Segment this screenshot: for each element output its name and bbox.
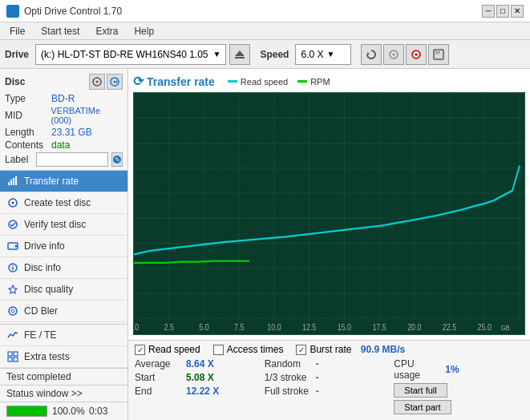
stats-rows: Average 8.64 X Start 5.08 X End 12.22 X (135, 358, 524, 417)
maximize-button[interactable]: □ (496, 5, 509, 18)
disc-length-label: Length (5, 127, 51, 138)
nav-verify-test-disc-label: Verify test disc (24, 219, 86, 230)
status-window-row: Status window >> (0, 385, 127, 402)
nav-list: Transfer rate Create test disc (0, 171, 127, 324)
disc-label-input[interactable] (36, 152, 108, 167)
svg-point-4 (393, 53, 395, 55)
content-area: ⟳ Transfer rate Read speed RPM (128, 69, 530, 420)
stats-area: ✓ Read speed Access times ✓ Burst rate 9… (128, 340, 530, 420)
nav-drive-info-label: Drive info (24, 240, 65, 252)
nav-item-transfer-rate[interactable]: Transfer rate (0, 171, 127, 192)
svg-text:12.5: 12.5 (302, 323, 316, 333)
stat-random: Random - (265, 358, 394, 370)
status-window-button[interactable]: Status window >> (6, 388, 121, 399)
nav-transfer-rate-label: Transfer rate (24, 176, 79, 187)
legend-read-speed-color (228, 80, 237, 83)
nav-item-fe-te[interactable]: FE / TE (0, 325, 127, 346)
svg-point-6 (415, 53, 418, 55)
access-times-checkbox[interactable] (213, 345, 224, 355)
checkbox-read-speed[interactable]: ✓ Read speed (135, 344, 200, 355)
read-speed-cb-label: Read speed (148, 344, 200, 355)
minimize-button[interactable]: ─ (482, 5, 495, 18)
disc-arrow-icon (110, 77, 119, 87)
svg-point-24 (15, 245, 18, 248)
label-edit-icon: ✎ (112, 155, 122, 164)
svg-rect-32 (8, 357, 12, 361)
drive-value: (k:) HL-DT-ST BD-RE WH16NS40 1.05 (41, 49, 208, 60)
menu-extra[interactable]: Extra (89, 24, 124, 38)
quality-icon (7, 284, 18, 295)
drive-info-icon (6, 240, 19, 252)
svg-point-28 (9, 307, 17, 315)
disc-icon-btn-1[interactable] (89, 74, 105, 90)
media-button[interactable] (406, 44, 427, 65)
progress-percent: 100.0% (52, 406, 84, 417)
nav-cd-bler-label: CD Bler (24, 305, 58, 317)
drive-select[interactable]: (k:) HL-DT-ST BD-RE WH16NS40 1.05 ▼ (35, 44, 226, 65)
read-speed-checkbox[interactable]: ✓ (135, 345, 145, 355)
nav-create-test-disc-label: Create test disc (24, 197, 91, 208)
nav-disc-info-label: Disc info (24, 262, 61, 273)
nav-item-disc-quality[interactable]: Disc quality (0, 279, 127, 301)
svg-text:20.0: 20.0 (407, 323, 422, 333)
chart-container: ⟳ Transfer rate Read speed RPM (128, 69, 530, 340)
create-test-disc-icon (6, 196, 19, 209)
svg-rect-33 (14, 357, 18, 361)
cd-bler-icon (6, 305, 19, 317)
progress-bar-inner (7, 406, 47, 416)
menu-help[interactable]: Help (127, 24, 160, 38)
svg-text:17.5: 17.5 (372, 323, 386, 333)
disc-label-btn[interactable]: ✎ (111, 152, 123, 167)
disc-icon-btn-2[interactable] (107, 74, 123, 90)
disc-type-row: Type BD-R (5, 93, 123, 104)
burst-rate-checkbox[interactable]: ✓ (296, 345, 306, 355)
svg-rect-8 (435, 50, 440, 54)
menu-start-test[interactable]: Start test (34, 24, 86, 38)
eject-button[interactable] (229, 44, 250, 65)
end-label: End (135, 386, 183, 397)
checkbox-burst-rate[interactable]: ✓ Burst rate 90.9 MB/s (296, 344, 405, 355)
extra-tests-icon (6, 350, 19, 363)
nav-fe-te-label: FE / TE (24, 329, 56, 341)
start-label: Start (135, 372, 183, 383)
nav-item-cd-bler[interactable]: CD Bler (0, 301, 127, 322)
start-full-button[interactable]: Start full (394, 383, 447, 398)
chart-title: ⟳ Transfer rate (133, 74, 215, 89)
nav-extra-tests-label: Extra tests (24, 351, 70, 362)
svg-point-26 (12, 265, 14, 266)
refresh-button[interactable] (361, 44, 382, 65)
nav-item-verify-test-disc[interactable]: Verify test disc (0, 214, 127, 236)
start-part-button[interactable]: Start part (394, 400, 451, 414)
speed-select[interactable]: 6.0 X ▼ (295, 44, 351, 65)
toolbar: Drive (k:) HL-DT-ST BD-RE WH16NS40 1.05 … (0, 40, 530, 69)
burn-button[interactable] (383, 44, 404, 65)
speed-value: 6.0 X (301, 49, 323, 60)
nav-item-disc-info[interactable]: Disc info (0, 257, 127, 279)
end-value: 12.22 X (186, 386, 219, 397)
disc-length-row: Length 23.31 GB (5, 127, 123, 138)
stats-col-2: Random - 1/3 stroke - Full stroke - (265, 358, 394, 417)
disc-label-label: Label (5, 154, 33, 165)
checkbox-access-times[interactable]: Access times (213, 344, 284, 355)
nav-item-extra-tests[interactable]: Extra tests (0, 346, 127, 368)
close-button[interactable]: ✕ (511, 5, 524, 18)
stat-full-stroke: Full stroke - (265, 386, 394, 397)
disc-small-icon (92, 77, 102, 87)
eject-icon (234, 49, 245, 60)
disc-type-value: BD-R (51, 93, 75, 104)
app-title: Opti Drive Control 1.70 (24, 6, 122, 17)
legend-read-speed: Read speed (228, 77, 288, 87)
nav-item-drive-info[interactable]: Drive info (0, 236, 127, 257)
disc-panel: Disc (0, 69, 127, 171)
nav-item-create-test-disc[interactable]: Create test disc (0, 192, 127, 214)
disc-mid-row: MID VERBATIMe (000) (5, 106, 123, 125)
svg-rect-31 (14, 352, 18, 356)
svg-rect-16 (8, 182, 10, 185)
disc-mid-value: VERBATIMe (000) (51, 106, 123, 125)
menu-file[interactable]: File (3, 24, 31, 38)
drive-label: Drive (5, 49, 29, 60)
save-button[interactable] (428, 44, 449, 65)
stroke-1-3-label: 1/3 stroke (265, 372, 313, 383)
burst-rate-cb-label: Burst rate (310, 344, 351, 355)
disc-create-icon (7, 197, 18, 208)
